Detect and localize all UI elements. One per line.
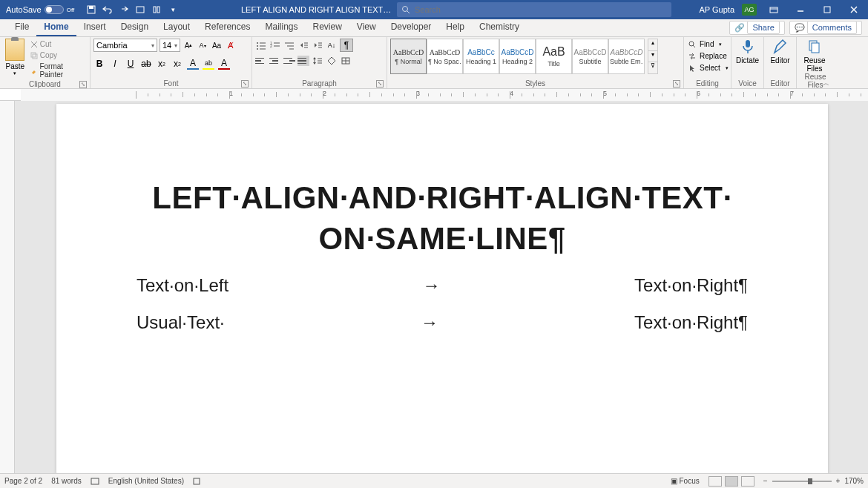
web-layout-button[interactable] xyxy=(741,476,754,487)
text-effects-button[interactable]: A xyxy=(187,58,199,70)
tab-design[interactable]: Design xyxy=(114,19,156,36)
zoom-out-button[interactable]: − xyxy=(763,477,768,485)
strikethrough-button[interactable]: ab xyxy=(140,58,152,70)
find-button[interactable]: Find▾ xyxy=(687,39,725,50)
dictate-button[interactable]: Dictate xyxy=(734,39,760,65)
word-count[interactable]: 81 words xyxy=(51,477,82,485)
styles-up-icon[interactable]: ▴ xyxy=(648,39,657,50)
vertical-ruler[interactable] xyxy=(0,101,15,473)
page-indicator[interactable]: Page 2 of 2 xyxy=(4,477,42,485)
language-indicator[interactable]: English (United States) xyxy=(108,477,184,485)
tab-insert[interactable]: Insert xyxy=(76,19,114,36)
tab-mailings[interactable]: Mailings xyxy=(257,19,305,36)
tab-chemistry[interactable]: Chemistry xyxy=(472,19,527,36)
font-name-combo[interactable]: Cambria▾ xyxy=(93,39,157,52)
font-size-combo[interactable]: 14▾ xyxy=(160,39,180,52)
decrease-indent-button[interactable] xyxy=(297,39,309,51)
style-tile[interactable]: AaBbCcDSubtitle xyxy=(572,39,608,74)
editor-button[interactable]: Editor xyxy=(767,39,793,65)
increase-indent-button[interactable] xyxy=(312,39,323,51)
zoom-value[interactable]: 170% xyxy=(844,477,864,485)
clear-format-button[interactable]: A̸ xyxy=(225,39,237,51)
ribbon-display-icon[interactable] xyxy=(764,2,783,17)
subscript-button[interactable]: x2 xyxy=(156,58,168,70)
show-marks-button[interactable]: ¶ xyxy=(340,39,353,52)
undo-icon[interactable] xyxy=(102,4,113,15)
collapse-ribbon-icon[interactable]: ︿ xyxy=(823,79,829,88)
tab-review[interactable]: Review xyxy=(305,19,349,36)
spell-check-icon[interactable] xyxy=(91,477,99,486)
dialog-launcher-icon[interactable]: ⤡ xyxy=(376,80,384,88)
share-button[interactable]: 🔗 Share xyxy=(729,21,784,35)
dialog-launcher-icon[interactable]: ⤡ xyxy=(79,81,87,88)
macro-icon[interactable] xyxy=(193,478,200,485)
tab-developer[interactable]: Developer xyxy=(384,19,439,36)
reuse-files-button[interactable]: Reuse Files xyxy=(800,39,829,73)
style-tile[interactable]: AaBbCcHeading 1 xyxy=(463,39,499,74)
qat-icon[interactable] xyxy=(135,4,145,15)
save-icon[interactable] xyxy=(86,4,96,15)
style-tile[interactable]: AaBbCcD¶ No Spac… xyxy=(427,39,463,74)
styles-more-icon[interactable]: ⊽ xyxy=(648,62,657,73)
page[interactable]: LEFT·ALIGN·AND·RIGHT·ALIGN·TEXT· ON·SAME… xyxy=(56,104,828,473)
format-painter-button[interactable]: Format Painter xyxy=(30,61,87,80)
tab-references[interactable]: References xyxy=(197,19,257,36)
styles-down-icon[interactable]: ▾ xyxy=(648,50,657,62)
align-left-button[interactable] xyxy=(255,56,267,66)
shrink-font-button[interactable]: A▾ xyxy=(197,39,208,51)
underline-button[interactable]: U xyxy=(125,58,137,70)
zoom-in-button[interactable]: + xyxy=(836,477,841,485)
line-spacing-button[interactable] xyxy=(312,55,323,67)
tab-layout[interactable]: Layout xyxy=(156,19,197,36)
search-box[interactable] xyxy=(397,2,671,17)
borders-button[interactable] xyxy=(340,55,352,67)
numbering-button[interactable]: 12 xyxy=(269,39,281,51)
superscript-button[interactable]: x2 xyxy=(171,58,183,70)
horizontal-ruler[interactable]: 1234567 xyxy=(0,89,868,101)
chevron-down-icon[interactable]: ▾ xyxy=(13,70,16,76)
zoom-slider[interactable]: − + 170% xyxy=(763,477,864,485)
paste-button[interactable]: Paste ▾ xyxy=(3,39,27,76)
user-name[interactable]: AP Gupta xyxy=(700,5,735,14)
chevron-down-icon[interactable]: ▾ xyxy=(174,42,177,49)
tab-help[interactable]: Help xyxy=(438,19,472,36)
customize-qat-icon[interactable]: ▾ xyxy=(168,4,178,15)
highlight-button[interactable]: ab xyxy=(203,58,214,70)
print-layout-button[interactable] xyxy=(725,476,738,487)
change-case-button[interactable]: Aa xyxy=(211,39,223,51)
style-tile[interactable]: AaBTitle xyxy=(536,39,572,74)
zoom-thumb[interactable] xyxy=(808,478,812,484)
replace-button[interactable]: Replace xyxy=(687,50,730,62)
dialog-launcher-icon[interactable]: ⤡ xyxy=(241,80,249,88)
search-input[interactable] xyxy=(415,5,667,14)
align-center-button[interactable] xyxy=(269,56,281,66)
chevron-down-icon[interactable]: ▾ xyxy=(151,42,154,49)
maximize-icon[interactable] xyxy=(818,2,837,17)
tab-file[interactable]: File xyxy=(7,19,36,36)
grow-font-button[interactable]: A▴ xyxy=(183,39,194,51)
multilevel-button[interactable] xyxy=(283,39,295,51)
read-mode-button[interactable] xyxy=(708,476,722,487)
justify-button[interactable] xyxy=(297,56,309,66)
style-tile[interactable]: AaBbCcDHeading 2 xyxy=(499,39,536,74)
comments-button[interactable]: 💬 Comments xyxy=(789,21,862,35)
tab-view[interactable]: View xyxy=(349,19,384,36)
minimize-icon[interactable] xyxy=(791,2,810,17)
sort-button[interactable]: A↓ xyxy=(326,39,338,51)
style-tile[interactable]: AaBbCcD¶ Normal xyxy=(390,39,427,74)
text-line[interactable]: Usual·Text·→Text·on·Right¶ xyxy=(137,312,748,333)
select-button[interactable]: Select▾ xyxy=(687,62,731,73)
style-tile[interactable]: AaBbCcDSubtle Em… xyxy=(608,39,645,74)
focus-mode-button[interactable]: ▣ Focus xyxy=(671,477,700,485)
bold-button[interactable]: B xyxy=(93,58,105,70)
redo-icon[interactable] xyxy=(119,4,129,15)
text-line[interactable]: Text·on·Left→Text·on·Right¶ xyxy=(137,275,748,296)
autosave-toggle[interactable]: AutoSave Off xyxy=(6,5,74,14)
dialog-launcher-icon[interactable]: ⤡ xyxy=(673,80,680,88)
shading-button[interactable] xyxy=(326,55,338,67)
styles-gallery[interactable]: AaBbCcD¶ NormalAaBbCcD¶ No Spac…AaBbCcHe… xyxy=(390,39,645,74)
italic-button[interactable]: I xyxy=(109,58,121,70)
user-avatar[interactable]: AG xyxy=(742,4,757,16)
cut-button[interactable]: Cut xyxy=(30,39,87,50)
font-color-button[interactable]: A xyxy=(218,58,230,70)
